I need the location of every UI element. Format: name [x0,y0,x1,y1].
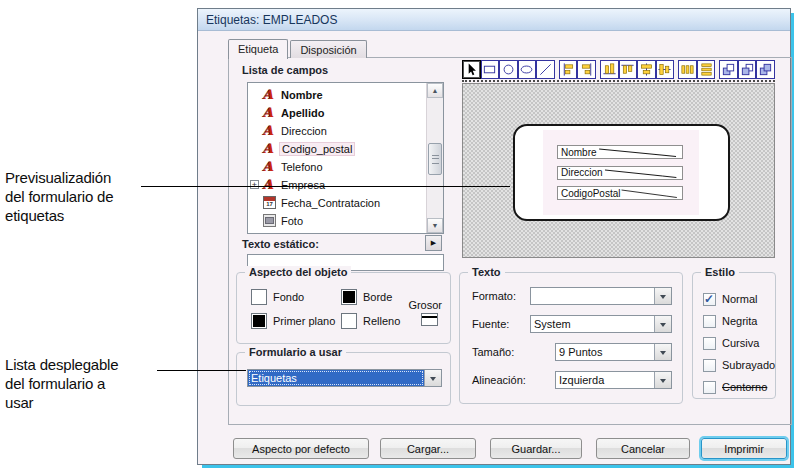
form-to-use-combobox[interactable]: Etiquetas [247,369,442,387]
expand-plus-icon[interactable]: + [250,180,259,189]
cancelar-button[interactable]: Cancelar [596,438,690,459]
swatch-label: Relleno [363,315,400,327]
combo-value: 9 Puntos [556,344,654,360]
scroll-down-icon[interactable]: ▼ [427,218,443,233]
align-top-button[interactable] [619,60,638,79]
aspect-option-primer-plano: Primer plano [251,313,335,329]
send-to-back-button[interactable] [738,60,757,79]
guardar-button[interactable]: Guardar... [490,438,582,459]
field-item-direccion[interactable]: ADireccion [248,122,426,140]
text-group-title: Texto [468,266,505,278]
align-bottom-button[interactable] [600,60,619,79]
preview-field-codigopostal[interactable]: CodigoPostal [557,186,683,200]
checkbox-label: Cursiva [722,337,759,349]
etiquetas-dialog: Etiquetas: EMPLEADOS EtiquetaDisposición… [197,8,791,465]
field-item-label: Telefono [281,161,323,173]
checkbox-unchecked-icon[interactable] [703,359,716,372]
tab-disposici-n[interactable]: Disposición [290,40,366,58]
field-item-label: Apellido [281,107,324,119]
thickness-swatch[interactable] [421,313,438,326]
cargar-button[interactable]: Cargar... [380,438,476,459]
style-option-subrayado[interactable]: Subrayado [703,357,775,373]
distribute-vertical-icon [699,62,714,77]
field-item-label: Foto [281,215,303,227]
ellipse-tool-button[interactable] [518,60,537,79]
callout-line-text: Previsualizadión [5,168,155,187]
checkbox-unchecked-icon[interactable] [703,337,716,350]
rectangle-tool-button[interactable] [481,60,500,79]
style-option-contorno[interactable]: Contorno [703,379,767,395]
align-right-button[interactable] [577,60,596,79]
layer-order-button[interactable] [756,60,775,79]
primer-plano-swatch[interactable] [251,313,267,329]
field-item-codigo-postal[interactable]: ACodigo_postal [248,140,426,158]
field-item-telefono[interactable]: ATelefono [248,158,426,176]
text-row-alineaci-n: Alineación:Izquierda [460,371,682,389]
imprimir-button[interactable]: Imprimir [701,438,787,459]
circle-tool-button[interactable] [499,60,518,79]
label-card[interactable]: NombreDireccionCodigoPostal [513,124,730,221]
preview-field-direccion[interactable]: Direccion [557,166,683,180]
pointer-tool-button[interactable] [462,60,481,79]
field-icon: A [263,88,277,101]
style-option-normal[interactable]: Normal [703,291,757,307]
combo-dropdown-icon[interactable] [654,288,671,304]
field-item-apellido[interactable]: AApellido [248,104,426,122]
label-preview-area[interactable]: NombreDireccionCodigoPostal [462,83,775,258]
field-icon: A [263,124,277,137]
combo-dropdown-icon[interactable] [654,372,671,388]
scrollbar-thumb[interactable] [428,143,442,175]
fuente-combobox[interactable]: System [530,315,672,333]
preview-field-text: CodigoPostal [561,188,620,199]
tab-etiqueta[interactable]: Etiqueta [228,39,288,59]
combo-dropdown-icon[interactable] [654,344,671,360]
field-item-nombre[interactable]: ANombre [248,86,426,104]
field-item-empresa[interactable]: +AEmpresa [248,176,426,194]
field-item-label: Nombre [281,89,323,101]
field-item-fecha-contratacion[interactable]: 17Fecha_Contratacion [248,194,426,212]
bring-to-front-button[interactable] [719,60,738,79]
text-row-fuente: Fuente:System [460,315,682,333]
tama-o-combobox[interactable]: 9 Puntos [555,343,672,361]
distribute-vertical-button[interactable] [697,60,716,79]
distribute-horizontal-button[interactable] [678,60,697,79]
checkbox-checked-icon[interactable] [703,293,716,306]
preview-field-nombre[interactable]: Nombre [557,145,683,159]
align-center-vertical-button[interactable] [656,60,675,79]
swatch-label: Borde [363,291,392,303]
dialog-titlebar[interactable]: Etiquetas: EMPLEADOS [198,9,790,31]
field-item-foto[interactable]: Foto [248,212,426,230]
style-option-negrita[interactable]: Negrita [703,313,757,329]
field-list-label: Lista de campos [242,64,328,76]
fondo-swatch[interactable] [251,289,267,305]
scroll-up-icon[interactable]: ▲ [427,83,443,98]
combo-value: Izquierda [556,372,654,388]
combo-dropdown-icon[interactable] [424,370,441,386]
checkbox-unchecked-icon[interactable] [703,315,716,328]
align-center-horizontal-button[interactable] [637,60,656,79]
field-list[interactable]: ANombreAApellidoADireccionACodigo_postal… [247,82,444,234]
relleno-swatch[interactable] [341,313,357,329]
combo-value: System [531,316,654,332]
swatch-label: Primer plano [273,315,335,327]
aspecto-por-defecto-button[interactable]: Aspecto por defecto [233,438,369,459]
combo-dropdown-icon[interactable] [654,316,671,332]
checkbox-unchecked-icon[interactable] [703,381,716,394]
callout-line-preview [141,186,510,187]
field-list-scrollbar[interactable]: ▲ ▼ [426,83,443,233]
field-item-label: Direccion [281,125,327,137]
alineaci-n-combobox[interactable]: Izquierda [555,371,672,389]
callout-line-text: etiquetas [5,206,155,225]
text-row-formato: Formato: [460,287,682,305]
distribute-horizontal-icon [680,62,695,77]
style-option-cursiva[interactable]: Cursiva [703,335,759,351]
calendar-icon: 17 [263,196,276,209]
align-left-button[interactable] [559,60,578,79]
formato-combobox[interactable] [530,287,672,305]
borde-swatch[interactable] [341,289,357,305]
swatch-label: Fondo [273,291,304,303]
static-text-expand-button[interactable]: ▶ [425,235,442,251]
line-tool-button[interactable] [536,60,555,79]
callout-line-text: usar [5,393,155,412]
layer-order-icon [758,62,773,77]
